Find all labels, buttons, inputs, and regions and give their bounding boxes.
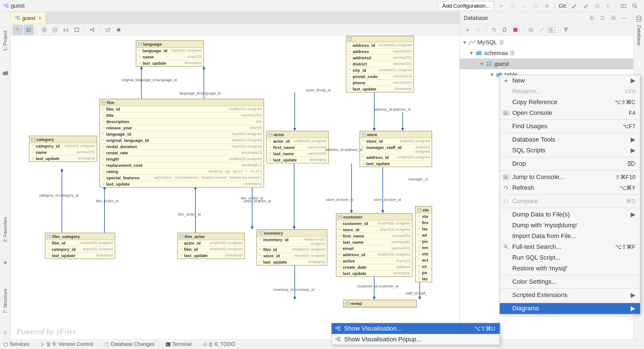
entity-address[interactable]: address_idsmallint(5) unsignedaddressvar… xyxy=(346,36,414,92)
actual-size-button[interactable]: 1:1 xyxy=(61,25,71,35)
search-everywhere-icon[interactable] xyxy=(630,1,639,10)
filter-icon[interactable] xyxy=(561,25,571,35)
menu-item[interactable]: SQL Scripts▶ xyxy=(500,145,640,156)
git-commit-icon[interactable] xyxy=(581,1,590,10)
svg-marker-146 xyxy=(564,28,568,31)
add-configuration-button[interactable]: Add Configuration... xyxy=(438,1,494,10)
git-update-icon[interactable] xyxy=(570,1,579,10)
edit-icon[interactable] xyxy=(537,25,547,35)
key-icon xyxy=(338,258,342,263)
profiler-icon[interactable] xyxy=(531,1,540,10)
columns-button[interactable] xyxy=(24,25,34,35)
menu-item[interactable]: Dump Data to File(s)▶ xyxy=(500,209,640,220)
column-type: timestamp xyxy=(310,157,327,162)
coverage-icon[interactable] xyxy=(520,1,529,10)
key-icon xyxy=(102,125,106,130)
menu-item[interactable]: QLJump to Console...⇧⌘F10 xyxy=(500,172,640,182)
structure-tool[interactable]: 7: Structure xyxy=(3,289,8,314)
diagram-toolbar: 1:1 xyxy=(11,24,459,36)
column-name: category_id xyxy=(36,144,62,148)
menu-item[interactable]: Color Settings... xyxy=(500,276,640,287)
menu-item[interactable]: Dump with 'mysqldump' xyxy=(500,220,640,231)
refresh-icon[interactable] xyxy=(489,25,499,35)
column-name: first_name xyxy=(273,145,306,150)
svg-marker-192 xyxy=(4,342,8,346)
tab-guest[interactable]: guest ✕ xyxy=(11,12,46,24)
key-icon xyxy=(417,258,421,262)
stop-icon[interactable] xyxy=(542,1,551,10)
menu-item[interactable]: Import Data from File... xyxy=(500,231,640,241)
zoom-in-icon[interactable] xyxy=(39,25,49,35)
zoom-out-icon[interactable] xyxy=(50,25,60,35)
menu-item[interactable]: Copy Reference⌥⇧⌘C xyxy=(500,97,640,108)
menu-item[interactable]: ＋New▶ xyxy=(500,75,640,86)
new-icon[interactable]: ＋ xyxy=(463,25,472,35)
menu-item[interactable]: Full-text Search...⌥⇧⌘F xyxy=(500,241,640,252)
export-icon[interactable] xyxy=(103,25,113,35)
minimize-icon[interactable]: — xyxy=(619,13,629,23)
database-tool-label[interactable]: Database xyxy=(636,25,642,46)
revert-icon[interactable] xyxy=(604,1,613,10)
project-tool[interactable]: 1: Project xyxy=(3,31,8,51)
tree-schema-guest[interactable]: ▾guest xyxy=(460,58,633,69)
menu-item[interactable]: Run SQL Script... xyxy=(500,252,640,263)
key-columns-button[interactable] xyxy=(13,25,23,35)
entity-rental[interactable]: rental xyxy=(343,300,417,308)
svg-rect-83 xyxy=(103,171,104,172)
duplicate-icon[interactable] xyxy=(473,25,483,35)
entity-store[interactable]: storestore_idtinyint(3) unsignedmanager_… xyxy=(359,131,432,167)
settings-gear-icon[interactable] xyxy=(608,13,618,23)
ql-icon[interactable]: QL xyxy=(548,27,555,33)
menu-item[interactable]: Refresh⌥⌘Y xyxy=(500,182,640,193)
relation-label: actor_id:city_id xyxy=(306,88,331,92)
favorites-tool[interactable]: 2: Favorites xyxy=(3,217,8,242)
run-config-icon[interactable] xyxy=(619,1,628,10)
services-tool[interactable]: Services xyxy=(3,341,29,347)
column-row: city_idsmallint(5) unsigned xyxy=(346,67,413,73)
run-icon[interactable] xyxy=(497,1,506,10)
tree-datasource[interactable]: ▾MySQL2 xyxy=(460,37,633,48)
submenu-item[interactable]: Show Visualisation Popup... xyxy=(332,334,500,345)
entity-inventory[interactable]: inventoryinventory_idmediumint(8) unsign… xyxy=(256,229,327,266)
table-icon[interactable] xyxy=(526,25,536,35)
menu-item[interactable]: Find Usages⌥F7 xyxy=(500,121,640,132)
print-icon[interactable] xyxy=(114,25,124,35)
column-row: language_idtinyint(3) unsigned xyxy=(100,131,264,137)
entity-language[interactable]: languagelanguage_idtinyint(3) unsignedna… xyxy=(136,40,204,67)
submenu-item[interactable]: Show Visualisation...⌥⇧⌘U xyxy=(332,323,500,334)
vcs-tool[interactable]: 9: 9: Version Control xyxy=(41,341,93,347)
entity-film_actor[interactable]: film_actoractor_idsmallint(5) unsignedfi… xyxy=(177,233,245,259)
entity-actor[interactable]: actoractor_idsmallint(5) unsignedfirst_n… xyxy=(266,131,329,163)
terminal-tool[interactable]: Terminal xyxy=(166,341,191,347)
entity-film_category[interactable]: film_categoryfilm_idsmallint(5) unsigned… xyxy=(45,233,115,259)
history-icon[interactable] xyxy=(593,1,602,10)
db-changes-tool[interactable]: Database Changes xyxy=(104,341,154,347)
menu-item[interactable]: QLOpen ConsoleF4 xyxy=(500,108,640,118)
relation-label: category_id:category_id xyxy=(39,193,78,197)
menu-item[interactable]: Restore with 'mysql' xyxy=(500,263,640,274)
tree-schemas[interactable]: ▾schemas2 xyxy=(460,48,633,58)
column-type: timestamp xyxy=(308,260,325,264)
sync-icon[interactable] xyxy=(500,25,509,35)
submenu-item-label: Show Visualisation... xyxy=(344,325,402,332)
entity-title: film_category xyxy=(52,234,80,239)
menu-item[interactable]: Scripted Extensions▶ xyxy=(500,290,640,300)
column-row: em xyxy=(416,245,432,251)
column-row: category_idtinyint(3) unsigned xyxy=(30,143,97,149)
expand-all-icon[interactable] xyxy=(597,13,608,23)
debug-icon[interactable] xyxy=(508,1,517,10)
layout-icon[interactable] xyxy=(87,25,97,35)
stop-db-icon[interactable] xyxy=(511,25,520,35)
menu-item[interactable]: Drop⌦ xyxy=(500,158,640,169)
entity-category[interactable]: categorycategory_idtinyint(3) unsignedna… xyxy=(29,136,97,162)
target-icon[interactable] xyxy=(587,13,597,23)
menu-item[interactable]: Database Tools▶ xyxy=(500,134,640,145)
entity-staff[interactable]: stastafirslasadpicemstoactuspalas xyxy=(415,206,432,282)
diagram-canvas[interactable]: Powered by yFiles languagelanguage_idtin… xyxy=(11,36,459,339)
todo-tool[interactable]: 6: 6: TODO xyxy=(203,341,235,347)
close-tab-icon[interactable]: ✕ xyxy=(38,16,42,21)
entity-film[interactable]: filmfilm_idsmallint(5) unsignedtitlevarc… xyxy=(99,99,264,188)
fit-content-icon[interactable] xyxy=(72,25,81,35)
entity-customer[interactable]: customercustomer_idsmallint(5) unsigneds… xyxy=(336,213,413,277)
menu-item[interactable]: Diagrams▶ xyxy=(500,303,640,314)
